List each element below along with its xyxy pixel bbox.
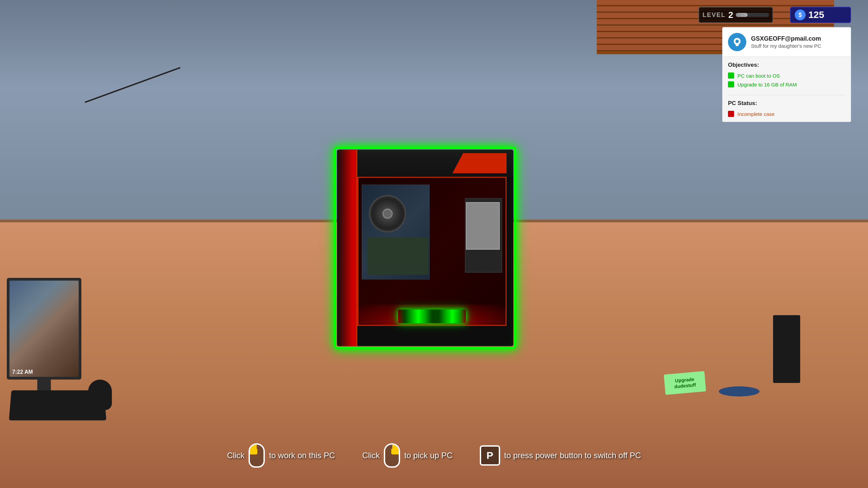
monitor-stand: [37, 377, 51, 390]
upgrade-sticker-text: Upgrade dudestuff: [674, 376, 696, 389]
objective-text-1: PC can boot to OS: [737, 73, 780, 79]
left-click-text-before: Click: [227, 451, 244, 460]
bottom-controls-hud: Click to work on this PC Click to pick u…: [0, 443, 868, 468]
right-mouse-icon: [384, 443, 400, 468]
p-key-text-after: to press power button to switch off PC: [504, 451, 641, 460]
right-click-hint: Click to pick up PC: [362, 443, 453, 468]
case-top-red-accent: [452, 153, 507, 174]
objectives-title: Objectives:: [728, 62, 845, 68]
motherboard: [362, 185, 430, 280]
objective-text-2: Upgrade to 16 GB of RAM: [737, 82, 797, 87]
left-click-hint: Click to work on this PC: [227, 443, 335, 468]
objectives-section: Objectives: PC can boot to OS Upgrade to…: [723, 57, 851, 95]
sender-icon: [728, 33, 746, 51]
objective-item-1: PC can boot to OS: [728, 73, 845, 79]
ram-slots: [367, 238, 428, 275]
level-progress-bar: [736, 13, 769, 17]
left-monitor: 7:22 AM: [7, 278, 81, 380]
case-left-frame: [337, 150, 357, 346]
case-body: [337, 150, 513, 346]
right-click-text-after: to pick up PC: [404, 451, 453, 460]
p-key-icon: P: [480, 445, 500, 466]
objective-item-2: Upgrade to 16 GB of RAM: [728, 81, 845, 87]
objective-dot-1: [728, 73, 734, 79]
game-scene: 7:22 AM: [0, 0, 868, 488]
status-dot-1: [728, 111, 734, 117]
cpu-cooler: [369, 195, 406, 232]
level-label: LEVEL: [703, 12, 726, 19]
expansion-slots: [465, 198, 502, 273]
money-amount: 125: [808, 9, 824, 20]
case-top: [337, 150, 513, 177]
money-icon: $: [795, 9, 806, 20]
status-title: PC Status:: [728, 100, 845, 107]
objective-dot-2: [728, 81, 734, 87]
monitor-clock: 7:22 AM: [12, 369, 33, 375]
left-click-text-after: to work on this PC: [269, 451, 335, 460]
email-subject: Stuff for my daughter's new PC: [751, 43, 821, 49]
monitor-screen: 7:22 AM: [9, 281, 79, 377]
level-hud: LEVEL 2: [698, 7, 773, 23]
status-item-1: Incomplete case: [728, 111, 845, 117]
info-panel: GSXGEOFF@pmail.com Stuff for my daughter…: [722, 27, 851, 122]
level-number: 2: [728, 10, 733, 20]
case-interior: [357, 177, 507, 326]
left-mouse-icon: [249, 443, 265, 468]
right-click-text-before: Click: [362, 451, 380, 460]
pc-status-section: PC Status: Incomplete case: [723, 95, 851, 122]
info-contact: GSXGEOFF@pmail.com Stuff for my daughter…: [751, 35, 821, 49]
blue-disc: [719, 386, 760, 396]
svg-point-0: [735, 40, 739, 43]
sender-email: GSXGEOFF@pmail.com: [751, 35, 821, 42]
right-object: [773, 315, 800, 383]
upgrade-sticker: Upgrade dudestuff: [664, 371, 706, 395]
pc-case[interactable]: [337, 150, 513, 346]
money-hud: $ 125: [790, 7, 851, 23]
storage-drive: [466, 202, 500, 250]
status-text-1: Incomplete case: [737, 111, 774, 117]
level-progress-fill: [736, 13, 747, 17]
desk-mouse: [88, 380, 112, 410]
p-key-hint: P to press power button to switch off PC: [480, 445, 641, 466]
info-header: GSXGEOFF@pmail.com Stuff for my daughter…: [723, 27, 851, 57]
green-led-module: [398, 310, 466, 323]
fan-center: [382, 209, 393, 219]
